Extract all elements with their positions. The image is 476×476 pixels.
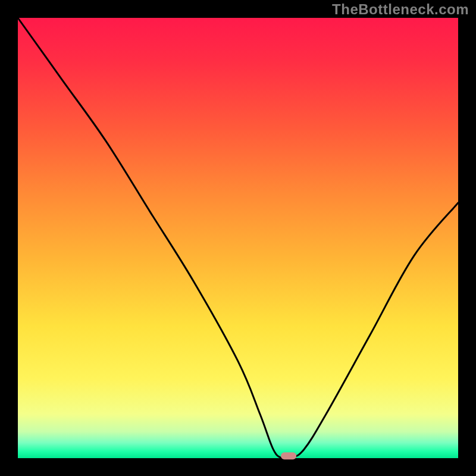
- chart-frame: TheBottleneck.com: [0, 0, 476, 476]
- optimum-marker: [281, 452, 296, 459]
- plot-background: [18, 18, 458, 458]
- bottleneck-chart: [0, 0, 476, 476]
- watermark-text: TheBottleneck.com: [332, 1, 469, 18]
